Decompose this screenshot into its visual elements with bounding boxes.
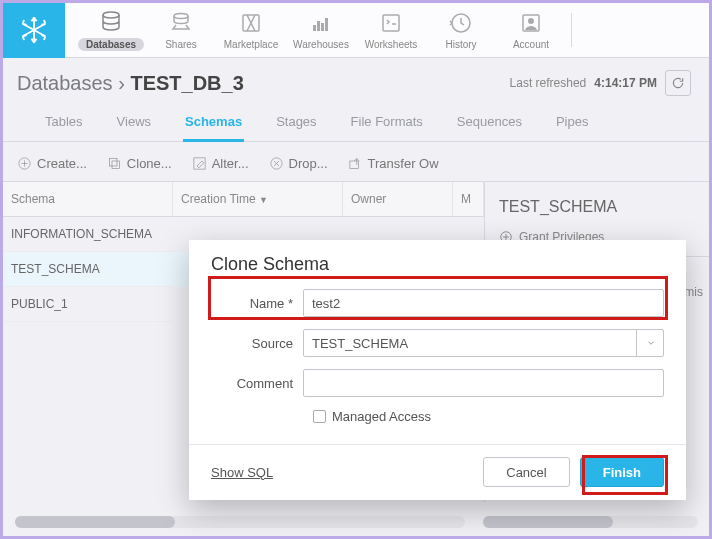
tab-schemas[interactable]: Schemas — [183, 108, 244, 142]
col-m-header[interactable]: M — [453, 182, 484, 217]
history-icon — [448, 10, 474, 36]
chevron-down-icon — [636, 329, 664, 357]
top-nav: Databases Shares Marketplace Warehouses … — [3, 3, 709, 58]
nav-worksheets[interactable]: Worksheets — [357, 5, 425, 55]
table-header: Schema Creation Time ▼ Owner M — [3, 182, 484, 217]
source-label: Source — [211, 336, 303, 351]
nav-label: History — [445, 39, 476, 50]
last-refreshed-time: 4:14:17 PM — [594, 76, 657, 90]
svg-rect-6 — [325, 18, 328, 31]
svg-point-10 — [528, 18, 534, 24]
source-value: TEST_SCHEMA — [312, 336, 408, 351]
nav-marketplace[interactable]: Marketplace — [217, 5, 285, 55]
clone-schema-modal: Clone Schema Name * Source TEST_SCHEMA C… — [189, 240, 686, 500]
detail-title: TEST_SCHEMA — [499, 190, 695, 230]
marketplace-icon — [238, 10, 264, 36]
show-sql-link[interactable]: Show SQL — [211, 465, 273, 480]
svg-rect-3 — [313, 25, 316, 31]
tab-file-formats[interactable]: File Formats — [349, 108, 425, 141]
tab-views[interactable]: Views — [115, 108, 153, 141]
name-input[interactable] — [303, 289, 664, 317]
shares-icon — [168, 10, 194, 36]
modal-title: Clone Schema — [211, 254, 664, 275]
svg-point-1 — [174, 14, 188, 19]
cancel-button[interactable]: Cancel — [483, 457, 569, 487]
account-icon — [518, 10, 544, 36]
database-icon — [98, 9, 124, 35]
nav-separator — [571, 13, 572, 47]
svg-point-0 — [103, 12, 119, 18]
breadcrumb-row: Databases › TEST_DB_3 Last refreshed 4:1… — [3, 58, 709, 106]
hscrollbar-left[interactable] — [15, 516, 465, 528]
nav-warehouses[interactable]: Warehouses — [287, 5, 355, 55]
tab-stages[interactable]: Stages — [274, 108, 318, 141]
svg-rect-5 — [321, 23, 324, 31]
svg-rect-4 — [317, 21, 320, 31]
object-tabs: Tables Views Schemas Stages File Formats… — [3, 106, 709, 142]
nav-shares[interactable]: Shares — [147, 5, 215, 55]
refresh-icon — [671, 76, 685, 90]
breadcrumb-chevron: › — [118, 72, 125, 94]
refresh-button[interactable] — [665, 70, 691, 96]
breadcrumb: Databases › TEST_DB_3 — [17, 72, 244, 95]
cell-schema: PUBLIC_1 — [3, 287, 173, 322]
clone-button[interactable]: Clone... — [107, 156, 172, 171]
nav-label: Warehouses — [293, 39, 349, 50]
source-select[interactable]: TEST_SCHEMA — [303, 329, 664, 357]
tab-pipes[interactable]: Pipes — [554, 108, 591, 141]
svg-rect-13 — [112, 161, 120, 169]
transfer-label: Transfer Ow — [368, 156, 439, 171]
create-label: Create... — [37, 156, 87, 171]
hscrollbar-right[interactable] — [483, 516, 698, 528]
managed-access-checkbox[interactable] — [313, 410, 326, 423]
svg-rect-12 — [109, 159, 117, 167]
warehouses-icon — [308, 10, 334, 36]
worksheets-icon — [378, 10, 404, 36]
drop-button[interactable]: Drop... — [269, 156, 328, 171]
alter-label: Alter... — [212, 156, 249, 171]
clone-label: Clone... — [127, 156, 172, 171]
snowflake-logo[interactable] — [3, 3, 65, 58]
tab-sequences[interactable]: Sequences — [455, 108, 524, 141]
col-owner-header[interactable]: Owner — [343, 182, 453, 217]
managed-access-label: Managed Access — [332, 409, 431, 424]
nav-label: Account — [513, 39, 549, 50]
col-schema-header[interactable]: Schema — [3, 182, 173, 217]
nav-label: Marketplace — [224, 39, 278, 50]
cell-schema: INFORMATION_SCHEMA — [3, 217, 173, 252]
svg-rect-16 — [349, 161, 358, 169]
nav-label: Worksheets — [365, 39, 418, 50]
schema-toolbar: Create... Clone... Alter... Drop... Tran… — [3, 142, 709, 182]
col-creation-time-header[interactable]: Creation Time ▼ — [173, 182, 343, 217]
nav-history[interactable]: History — [427, 5, 495, 55]
breadcrumb-root[interactable]: Databases — [17, 72, 113, 94]
nav-label: Databases — [78, 38, 144, 51]
drop-label: Drop... — [289, 156, 328, 171]
cell-schema: TEST_SCHEMA — [3, 252, 173, 287]
name-label: Name * — [211, 296, 303, 311]
comment-input[interactable] — [303, 369, 664, 397]
finish-button[interactable]: Finish — [580, 457, 664, 487]
nav-label: Shares — [165, 39, 197, 50]
last-refreshed-label: Last refreshed — [510, 76, 587, 90]
create-button[interactable]: Create... — [17, 156, 87, 171]
nav-account[interactable]: Account — [497, 5, 565, 55]
comment-label: Comment — [211, 376, 303, 391]
sort-desc-icon: ▼ — [259, 195, 268, 205]
snowflake-icon — [19, 15, 49, 45]
alter-button[interactable]: Alter... — [192, 156, 249, 171]
svg-rect-7 — [383, 15, 399, 31]
tab-tables[interactable]: Tables — [43, 108, 85, 141]
breadcrumb-current: TEST_DB_3 — [130, 72, 243, 94]
transfer-ownership-button[interactable]: Transfer Ow — [348, 156, 439, 171]
nav-databases[interactable]: Databases — [77, 5, 145, 55]
